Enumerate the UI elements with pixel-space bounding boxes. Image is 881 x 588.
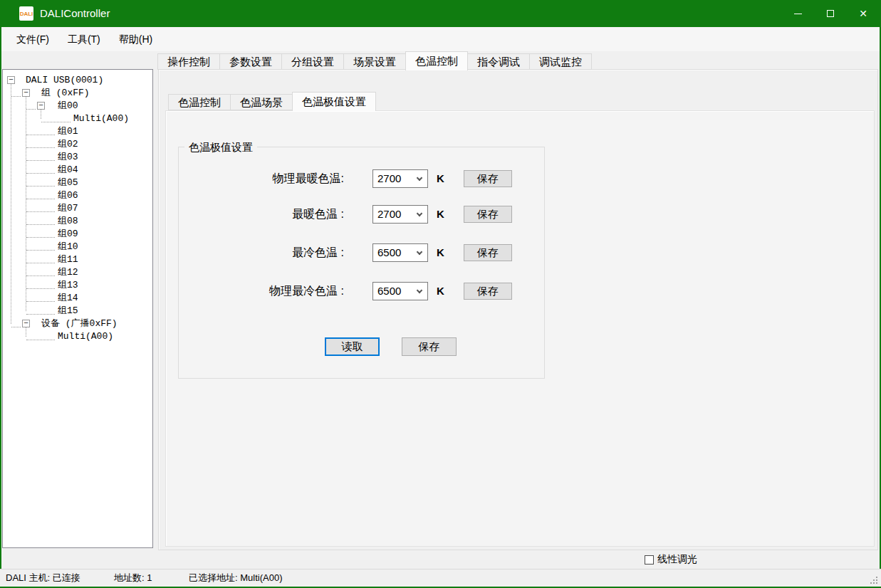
- tree-connector: [26, 215, 55, 225]
- tree-connector: [26, 189, 55, 199]
- tree-item-group-05[interactable]: 组05: [3, 177, 152, 189]
- tree-collapse-icon[interactable]: −: [37, 102, 45, 110]
- save-all-button[interactable]: 保存: [402, 337, 457, 356]
- chevron-down-icon: [417, 249, 422, 255]
- linear-dimming-label: 线性调光: [657, 553, 697, 566]
- tree-connector: [11, 317, 21, 327]
- tree-item-group-15[interactable]: 组15: [3, 305, 152, 317]
- tree-connector: [26, 266, 55, 276]
- app-icon-text: DALI: [20, 11, 33, 17]
- tree-item-group-06[interactable]: 组06: [3, 189, 152, 202]
- tree-item-group-11[interactable]: 组11: [3, 253, 152, 266]
- tree-item-group-13[interactable]: 组13: [3, 279, 152, 292]
- tree-item-multi-a00[interactable]: Multi(A00): [3, 112, 152, 125]
- unit-label: K: [437, 243, 444, 262]
- tree-connector: [11, 87, 21, 97]
- tree-item-multi-a00-2[interactable]: Multi(A00): [3, 330, 152, 343]
- tree-collapse-icon[interactable]: −: [7, 76, 15, 84]
- device-tree: −DALI USB(0001) −组 (0xFF) −组00 Multi(A00…: [3, 74, 152, 343]
- unit-label: K: [437, 282, 444, 300]
- tree-connector: [26, 202, 55, 212]
- tree-item-group-14[interactable]: 组14: [3, 292, 152, 305]
- tree-connector: [26, 279, 55, 289]
- tree-connector: [26, 305, 55, 315]
- save-physical-warmest-button[interactable]: 保存: [464, 170, 512, 187]
- tree-item-group-00[interactable]: −组00: [3, 100, 152, 112]
- field-label: 最冷色温 :: [179, 243, 344, 262]
- tree-connector: [26, 241, 55, 251]
- tab-scene-settings[interactable]: 场景设置: [343, 53, 406, 70]
- app-icon: DALI: [19, 6, 33, 21]
- save-warmest-button[interactable]: 保存: [464, 206, 512, 223]
- sub-tab-strip: 色温控制 色温场景 色温极值设置: [169, 91, 376, 110]
- chevron-down-icon: [417, 211, 422, 216]
- tree-item-group-02[interactable]: 组02: [3, 138, 152, 151]
- main-tab-strip: 操作控制 参数设置 分组设置 场景设置 色温控制 指令调试 调试监控: [158, 51, 592, 70]
- tree-item-group-03[interactable]: 组03: [3, 151, 152, 164]
- warmest-combobox[interactable]: 2700: [372, 205, 428, 224]
- save-physical-coolest-button[interactable]: 保存: [464, 283, 512, 300]
- menu-tools[interactable]: 工具(T): [58, 27, 110, 51]
- tree-item-group-08[interactable]: 组08: [3, 215, 152, 228]
- color-temp-extremes-groupbox: 色温极值设置 物理最暖色温: 2700 K 保存 最暖色温 : 2700 K 保…: [178, 147, 545, 379]
- minimize-icon: [794, 14, 802, 14]
- status-address-count: 地址数: 1: [114, 569, 152, 587]
- minimize-button[interactable]: [781, 0, 814, 27]
- tree-connector: [26, 330, 55, 340]
- read-button[interactable]: 读取: [325, 337, 380, 356]
- tree-connector: [26, 100, 36, 110]
- tree-item-group-10[interactable]: 组10: [3, 241, 152, 253]
- tree-item-group-09[interactable]: 组09: [3, 228, 152, 241]
- tree-connector: [26, 177, 55, 187]
- menu-file[interactable]: 文件(F): [7, 27, 58, 51]
- tree-collapse-icon[interactable]: −: [22, 320, 30, 327]
- tree-connector: [26, 138, 55, 148]
- resize-grip[interactable]: [876, 577, 877, 578]
- unit-label: K: [437, 205, 444, 224]
- status-host-connection: DALI 主机: 已连接: [6, 569, 80, 587]
- tree-item-group-12[interactable]: 组12: [3, 266, 152, 279]
- tab-parameter-settings[interactable]: 参数设置: [219, 53, 282, 70]
- tree-item-device-broadcast[interactable]: −设备 (广播0xFF): [3, 317, 152, 330]
- tree-item-group-01[interactable]: 组01: [3, 125, 152, 138]
- groupbox-title: 色温极值设置: [184, 140, 257, 154]
- chevron-down-icon: [417, 175, 422, 181]
- device-tree-panel: −DALI USB(0001) −组 (0xFF) −组00 Multi(A00…: [2, 69, 153, 548]
- save-coolest-button[interactable]: 保存: [464, 244, 512, 261]
- tab-grouping-settings[interactable]: 分组设置: [281, 53, 344, 70]
- tree-connector: [26, 125, 55, 135]
- menu-bar: 文件(F) 工具(T) 帮助(H): [1, 27, 880, 51]
- tree-item-group-04[interactable]: 组04: [3, 164, 152, 177]
- tree-connector: [26, 228, 55, 238]
- app-window: DALI DALIController ✕ 文件(F) 工具(T) 帮助(H) …: [0, 0, 881, 588]
- subtab-color-temp-scene[interactable]: 色温场景: [230, 94, 293, 110]
- titlebar: DALI DALIController ✕: [0, 0, 881, 27]
- field-label: 物理最冷色温 :: [179, 282, 344, 300]
- tree-item-group-0xff[interactable]: −组 (0xFF): [3, 87, 152, 100]
- unit-label: K: [437, 169, 444, 188]
- physical-coolest-combobox[interactable]: 6500: [372, 282, 428, 300]
- status-bar: DALI 主机: 已连接 地址数: 1 已选择地址: Multi(A00): [0, 569, 881, 587]
- tree-collapse-icon[interactable]: −: [22, 89, 30, 97]
- physical-warmest-combobox[interactable]: 2700: [372, 169, 428, 188]
- tab-debug-monitor[interactable]: 调试监控: [529, 53, 592, 70]
- close-button[interactable]: ✕: [847, 0, 880, 27]
- chevron-down-icon: [417, 288, 422, 293]
- tree-connector: [26, 151, 55, 161]
- menu-help[interactable]: 帮助(H): [110, 27, 162, 51]
- tab-command-debug[interactable]: 指令调试: [467, 53, 530, 70]
- coolest-combobox[interactable]: 6500: [372, 243, 428, 262]
- tree-connector: [26, 164, 55, 174]
- window-border: [0, 27, 1, 588]
- maximize-button[interactable]: [814, 0, 847, 27]
- tree-item-group-07[interactable]: 组07: [3, 202, 152, 215]
- status-selected-address: 已选择地址: Multi(A00): [189, 569, 282, 587]
- tab-color-temp-control[interactable]: 色温控制: [405, 51, 468, 70]
- tab-operation-control[interactable]: 操作控制: [157, 53, 220, 70]
- field-label: 最暖色温 :: [179, 205, 344, 224]
- subtab-color-temp-extremes[interactable]: 色温极值设置: [292, 92, 376, 111]
- tree-item-dali-usb[interactable]: −DALI USB(0001): [3, 74, 152, 87]
- linear-dimming-checkbox[interactable]: [645, 555, 654, 565]
- window-title: DALIController: [40, 0, 110, 27]
- subtab-color-temp-control[interactable]: 色温控制: [168, 94, 231, 110]
